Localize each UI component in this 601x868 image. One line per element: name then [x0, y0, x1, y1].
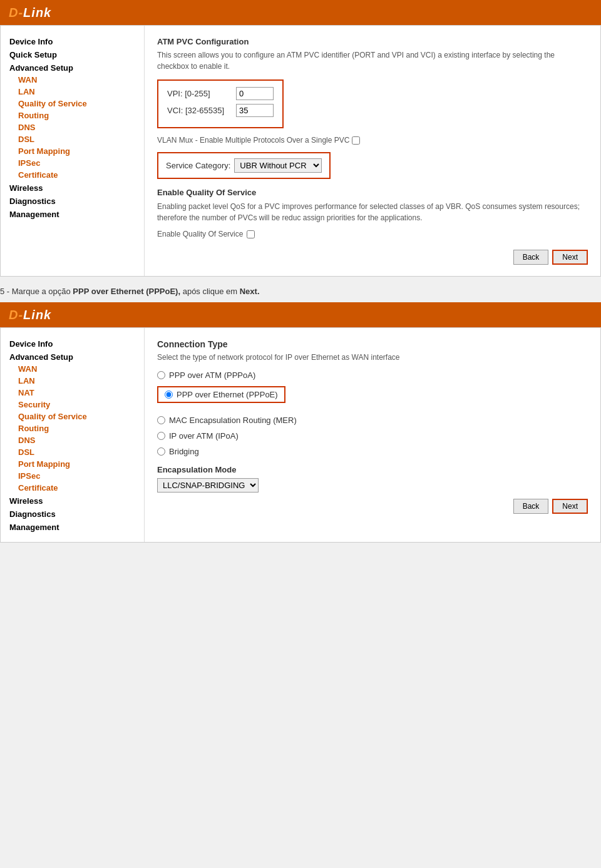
sidebar-item-wireless[interactable]: Wireless [9, 182, 144, 194]
encap-title: Encapsulation Mode [157, 465, 588, 474]
qos-title: Enable Quality Of Service [157, 188, 588, 197]
sidebar-item-dns[interactable]: DNS [9, 121, 144, 133]
qos-checkbox[interactable] [247, 230, 255, 238]
atm-config-title: ATM PVC Configuration [157, 37, 588, 46]
radio-ipoa-input[interactable] [157, 432, 165, 440]
sidebar-item-port-mapping[interactable]: Port Mapping [9, 145, 144, 157]
router-ui-panel1: Device Info Quick Setup Advanced Setup W… [0, 25, 601, 277]
sidebar2-item-wan[interactable]: WAN [9, 363, 144, 375]
radio-mer-input[interactable] [157, 416, 165, 424]
back-button-panel1[interactable]: Back [513, 250, 549, 265]
main-content-panel1: ATM PVC Configuration This screen allows… [145, 26, 600, 276]
radio-ipoa: IP over ATM (IPoA) [157, 431, 588, 441]
step-label: 5 - Marque a opção PPP over Ethernet (PP… [0, 287, 601, 296]
radio-pppoa-input[interactable] [157, 371, 165, 379]
radio-pppoe-label: PPP over Ethernet (PPPoE) [177, 390, 278, 399]
dlink-logo: D-Link [9, 6, 51, 20]
radio-pppoe-input[interactable] [165, 391, 173, 399]
sidebar-item-management[interactable]: Management [9, 208, 144, 220]
back-button-panel2[interactable]: Back [513, 499, 549, 514]
sidebar-item-diagnostics[interactable]: Diagnostics [9, 195, 144, 207]
vci-label: VCI: [32-65535] [167, 106, 236, 115]
sidebar2-item-nat[interactable]: NAT [9, 387, 144, 399]
sidebar-item-qos[interactable]: Quality of Service [9, 98, 144, 110]
sidebar-item-dsl[interactable]: DSL [9, 133, 144, 145]
radio-mer: MAC Encapsulation Routing (MER) [157, 416, 588, 425]
main-content-panel2: Connection Type Select the type of netwo… [145, 328, 600, 542]
vci-row: VCI: [32-65535] [167, 104, 274, 117]
router-ui-panel2: Device Info Advanced Setup WAN LAN NAT S… [0, 327, 601, 543]
next-button-panel2[interactable]: Next [552, 499, 588, 514]
sidebar2-item-dns[interactable]: DNS [9, 434, 144, 446]
sidebar-item-certificate[interactable]: Certificate [9, 169, 144, 181]
atm-config-desc: This screen allows you to configure an A… [157, 49, 588, 72]
radio-bridging-input[interactable] [157, 447, 165, 456]
sidebar2-item-management[interactable]: Management [9, 521, 144, 533]
dlink-logo-2: D-Link [9, 308, 51, 322]
radio-pppoa: PPP over ATM (PPPoA) [157, 370, 588, 380]
sidebar2-item-qos[interactable]: Quality of Service [9, 411, 144, 422]
sidebar-item-routing[interactable]: Routing [9, 110, 144, 121]
btn-row-panel2: Back Next [157, 499, 588, 514]
sidebar2-item-dsl[interactable]: DSL [9, 446, 144, 458]
sidebar2-item-lan[interactable]: LAN [9, 375, 144, 387]
encap-section: Encapsulation Mode LLC/SNAP-BRIDGING VC/… [157, 465, 588, 493]
radio-pppoe-wrapper: PPP over Ethernet (PPPoE) [157, 386, 588, 409]
vlan-row: VLAN Mux - Enable Multiple Protocols Ove… [157, 136, 588, 145]
sidebar2-item-certificate[interactable]: Certificate [9, 482, 144, 494]
vlan-label: VLAN Mux - Enable Multiple Protocols Ove… [157, 136, 349, 145]
vpi-row: VPI: [0-255] [167, 87, 274, 100]
sidebar-panel2: Device Info Advanced Setup WAN LAN NAT S… [1, 328, 145, 542]
sidebar-item-lan[interactable]: LAN [9, 86, 144, 98]
radio-ipoa-label: IP over ATM (IPoA) [169, 431, 239, 441]
radio-bridging-label: Bridging [169, 447, 199, 456]
encap-select[interactable]: LLC/SNAP-BRIDGING VC/MUX [157, 478, 259, 493]
service-select[interactable]: UBR Without PCR UBR With PCR CBR Non Rea… [234, 158, 322, 173]
sidebar-item-quick-setup[interactable]: Quick Setup [9, 49, 144, 61]
sidebar-item-wan[interactable]: WAN [9, 74, 144, 86]
vpi-input[interactable] [236, 87, 274, 100]
qos-checkbox-label: Enable Quality Of Service [157, 230, 243, 238]
service-label: Service Category: [166, 161, 230, 170]
vlan-checkbox[interactable] [352, 136, 360, 145]
sidebar2-item-routing[interactable]: Routing [9, 422, 144, 434]
header-panel1: D-Link [0, 0, 601, 25]
sidebar2-item-advanced-setup[interactable]: Advanced Setup [9, 351, 144, 363]
sidebar2-item-device-info[interactable]: Device Info [9, 338, 144, 350]
sidebar-item-device-info[interactable]: Device Info [9, 36, 144, 48]
qos-desc: Enabling packet level QoS for a PVC impr… [157, 201, 588, 223]
btn-row-panel1: Back Next [157, 250, 588, 265]
sidebar2-item-diagnostics[interactable]: Diagnostics [9, 508, 144, 520]
sidebar-panel1: Device Info Quick Setup Advanced Setup W… [1, 26, 145, 276]
sidebar2-item-ipsec[interactable]: IPSec [9, 470, 144, 482]
service-category-box: Service Category: UBR Without PCR UBR Wi… [157, 152, 331, 179]
radio-pppoe: PPP over Ethernet (PPPoE) [157, 386, 285, 403]
radio-pppoa-label: PPP over ATM (PPPoA) [169, 370, 255, 380]
sidebar2-item-security[interactable]: Security [9, 399, 144, 411]
sidebar2-item-port-mapping[interactable]: Port Mapping [9, 458, 144, 470]
vpi-vci-box: VPI: [0-255] VCI: [32-65535] [157, 79, 284, 128]
next-button-panel1[interactable]: Next [552, 250, 588, 265]
radio-bridging: Bridging [157, 447, 588, 456]
vpi-label: VPI: [0-255] [167, 89, 236, 98]
qos-checkbox-row: Enable Quality Of Service [157, 230, 588, 238]
sidebar-item-advanced-setup[interactable]: Advanced Setup [9, 62, 144, 74]
radio-mer-label: MAC Encapsulation Routing (MER) [169, 416, 297, 425]
header-panel2: D-Link [0, 302, 601, 327]
sidebar-item-ipsec[interactable]: IPSec [9, 157, 144, 169]
vci-input[interactable] [236, 104, 274, 117]
step-label-bold2: Next. [240, 287, 260, 296]
conn-type-desc: Select the type of network protocol for … [157, 353, 588, 362]
conn-type-title: Connection Type [157, 339, 588, 349]
step-label-bold1: PPP over Ethernet (PPPoE), [73, 287, 180, 296]
sidebar2-item-wireless[interactable]: Wireless [9, 495, 144, 507]
